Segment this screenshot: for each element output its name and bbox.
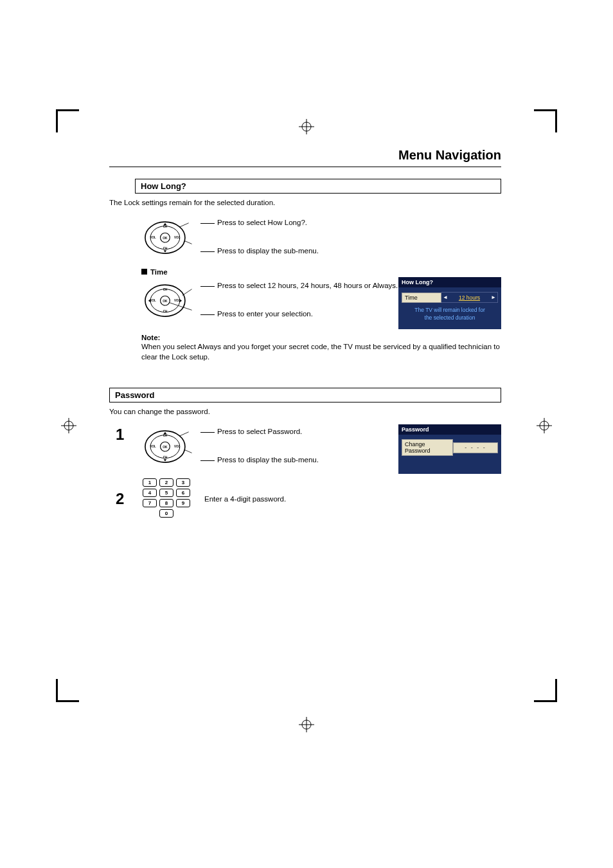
note-text: When you select Always and you forget yo… (141, 341, 501, 362)
svg-text:VOL: VOL (174, 446, 180, 449)
keypad-icon: 1 2 3 4 5 6 7 8 9 0 (141, 478, 191, 520)
osd-time-value: 12 hours (459, 294, 480, 301)
svg-text:CH: CH (163, 288, 167, 291)
svg-text:VOL: VOL (150, 299, 156, 302)
svg-marker-20 (163, 223, 166, 225)
osd-howlong-panel: How Long? Time ◄ 12 hours ► The TV will … (398, 277, 501, 329)
svg-marker-33 (180, 299, 182, 302)
section-heading-howlong: How Long? (135, 179, 501, 194)
title-rule (109, 167, 501, 167)
registration-mark-bottom (299, 717, 314, 735)
step-number-1: 1 (116, 426, 141, 444)
svg-marker-32 (148, 299, 150, 302)
time-subheading: Time (141, 268, 501, 276)
key-3: 3 (176, 478, 190, 487)
key-7: 7 (143, 499, 157, 507)
svg-line-23 (184, 241, 191, 244)
remote-dpad-icon: OK CH CH VOL VOL (141, 217, 194, 257)
svg-line-34 (182, 289, 192, 296)
key-6: 6 (176, 489, 190, 497)
password-intro: You can change the password. (109, 406, 501, 417)
osd-time-row: Time ◄ 12 hours ► (402, 292, 498, 303)
registration-mark-top (299, 119, 314, 137)
svg-text:OK: OK (163, 237, 168, 240)
password-s2-desc: Enter a 4-digit password. (204, 494, 286, 504)
crop-corner-tl (56, 109, 79, 132)
crop-corner-tr (534, 109, 557, 132)
osd-change-password-value: - - - - (453, 442, 498, 453)
osd-password-panel: Password Change Password - - - - (398, 424, 501, 474)
key-4: 4 (143, 489, 157, 497)
svg-text:CH: CH (163, 457, 167, 460)
remote-dpad-icon: OK CH CH VOL VOL (141, 426, 194, 466)
time-desc-2: Press to enter your selection. (217, 310, 398, 318)
svg-marker-21 (163, 250, 166, 252)
svg-text:CH: CH (163, 310, 167, 313)
svg-text:OK: OK (163, 300, 168, 303)
crop-corner-br (534, 679, 557, 702)
time-desc-1: Press to select 12 hours, 24 hours, 48 h… (217, 282, 398, 289)
svg-marker-44 (163, 432, 166, 434)
svg-text:CH: CH (163, 435, 167, 438)
key-2: 2 (159, 478, 173, 487)
svg-text:VOL: VOL (174, 299, 180, 302)
page-title: Menu Navigation (109, 148, 501, 163)
svg-line-22 (179, 223, 189, 228)
osd-change-password-label: Change Password (402, 439, 453, 456)
note-heading: Note: (141, 334, 501, 341)
key-1: 1 (143, 478, 157, 487)
right-arrow-icon: ► (491, 294, 496, 300)
howlong-desc-2: Press to display the sub-menu. (217, 247, 319, 255)
svg-text:VOL: VOL (150, 446, 156, 449)
svg-text:CH: CH (163, 225, 167, 228)
remote-dpad-icon: OK CH CH VOL VOL (141, 280, 194, 320)
osd-howlong-title: How Long? (398, 277, 501, 287)
left-arrow-icon: ◄ (443, 294, 448, 300)
password-s1-desc-2: Press to display the sub-menu. (217, 456, 319, 464)
svg-text:VOL: VOL (174, 236, 180, 239)
osd-change-password-row: Change Password - - - - (402, 439, 498, 456)
svg-line-46 (179, 432, 189, 437)
svg-line-35 (170, 303, 191, 310)
key-8: 8 (159, 499, 173, 507)
crop-corner-bl (56, 679, 79, 702)
key-5: 5 (159, 489, 173, 497)
section-heading-password: Password (109, 388, 501, 402)
key-0: 0 (159, 509, 173, 518)
svg-text:CH: CH (163, 247, 167, 250)
osd-password-title: Password (398, 424, 501, 435)
osd-time-label: Time (402, 293, 441, 303)
registration-mark-left (61, 418, 76, 436)
svg-marker-45 (163, 460, 166, 462)
svg-line-47 (184, 450, 191, 453)
howlong-intro: The Lock settings remain for the selecte… (109, 197, 501, 208)
step-number-2: 2 (116, 490, 141, 508)
howlong-desc-1: Press to select How Long?. (217, 219, 319, 226)
key-9: 9 (176, 499, 190, 507)
svg-text:OK: OK (163, 446, 168, 449)
osd-time-note: The TV will remain locked forthe selecte… (402, 307, 498, 321)
svg-text:VOL: VOL (150, 236, 156, 239)
password-s1-desc-1: Press to select Password. (217, 428, 319, 435)
registration-mark-right (537, 418, 552, 436)
